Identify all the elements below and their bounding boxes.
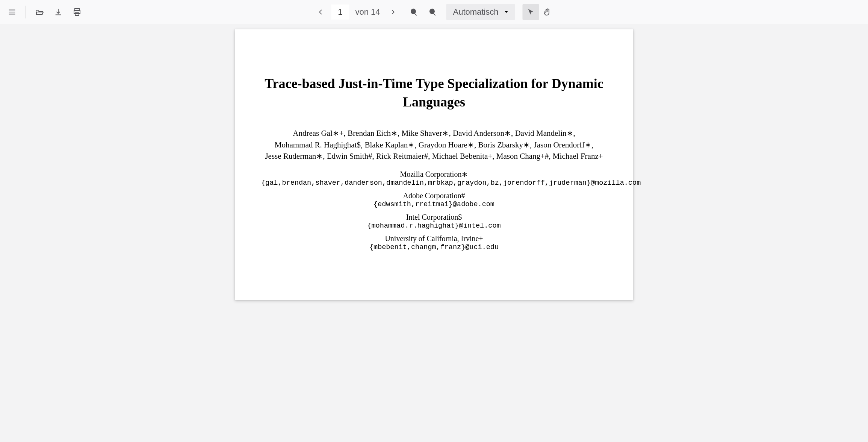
affiliation-name: Adobe Corporation# — [403, 191, 465, 200]
folder-open-icon — [35, 8, 44, 17]
toolbar-left-group — [4, 4, 85, 20]
chevron-left-icon — [317, 8, 324, 16]
authors-line-2: Mohammad R. Haghighat$, Blake Kaplan∗, G… — [275, 140, 593, 149]
download-icon — [54, 8, 62, 16]
affiliation-name: University of California, Irvine+ — [385, 234, 483, 243]
affiliation-name: Mozilla Corporation∗ — [400, 170, 468, 178]
pdf-page: Trace-based Just-in-Time Type Specializa… — [235, 29, 633, 300]
zoom-out-button[interactable] — [406, 4, 422, 20]
affiliation-block: Adobe Corporation# {edwsmith,rreitmai}@a… — [261, 191, 607, 208]
open-file-button[interactable] — [31, 4, 48, 20]
sidebar-toggle-button[interactable] — [4, 4, 20, 20]
previous-page-button[interactable] — [312, 4, 329, 20]
cursor-icon — [527, 8, 535, 16]
affiliation-email: {mohammad.r.haghighat}@intel.com — [261, 222, 607, 230]
toolbar-separator — [26, 6, 26, 18]
affiliation-email: {mbebenit,changm,franz}@uci.edu — [261, 243, 607, 251]
affiliation-email: {edwsmith,rreitmai}@adobe.com — [261, 200, 607, 208]
zoom-select[interactable]: Automatisch — [446, 4, 515, 20]
zoom-out-icon — [410, 8, 418, 16]
page-number-input[interactable] — [331, 5, 349, 20]
zoom-in-button[interactable] — [425, 4, 441, 20]
next-page-button[interactable] — [385, 4, 401, 20]
zoom-select-label: Automatisch — [453, 7, 499, 17]
affiliation-block: University of California, Irvine+ {mbebe… — [261, 234, 607, 251]
download-button[interactable] — [50, 4, 67, 20]
affiliation-block: Mozilla Corporation∗ {gal,brendan,shaver… — [261, 170, 607, 187]
menu-icon — [8, 8, 16, 16]
chevron-down-icon — [504, 9, 509, 15]
chevron-right-icon — [389, 8, 397, 16]
hand-tool-button[interactable] — [539, 4, 556, 20]
page-of-prefix: von — [355, 7, 368, 17]
page-count-label: von 14 — [351, 7, 382, 17]
print-button[interactable] — [69, 4, 85, 20]
affiliation-block: Intel Corporation$ {mohammad.r.haghighat… — [261, 213, 607, 230]
text-select-tool-button[interactable] — [523, 4, 539, 20]
affiliation-name: Intel Corporation$ — [406, 213, 462, 221]
print-icon — [73, 8, 82, 17]
pdf-viewer[interactable]: Trace-based Just-in-Time Type Specializa… — [0, 24, 868, 442]
hand-icon — [543, 8, 552, 16]
authors-line-3: Jesse Ruderman∗, Edwin Smith#, Rick Reit… — [265, 152, 603, 161]
page-total: 14 — [371, 7, 380, 17]
paper-authors: Andreas Gal∗+, Brendan Eich∗, Mike Shave… — [261, 128, 607, 162]
authors-line-1: Andreas Gal∗+, Brendan Eich∗, Mike Shave… — [293, 129, 575, 138]
pdf-toolbar: von 14 Automatisch — [0, 0, 868, 24]
affiliation-email: {gal,brendan,shaver,danderson,dmandelin,… — [261, 179, 607, 187]
cursor-tool-group — [523, 4, 556, 20]
toolbar-center-group: von 14 Automatisch — [312, 4, 555, 20]
zoom-in-icon — [429, 8, 437, 16]
paper-title: Trace-based Just-in-Time Type Specializa… — [261, 74, 607, 111]
